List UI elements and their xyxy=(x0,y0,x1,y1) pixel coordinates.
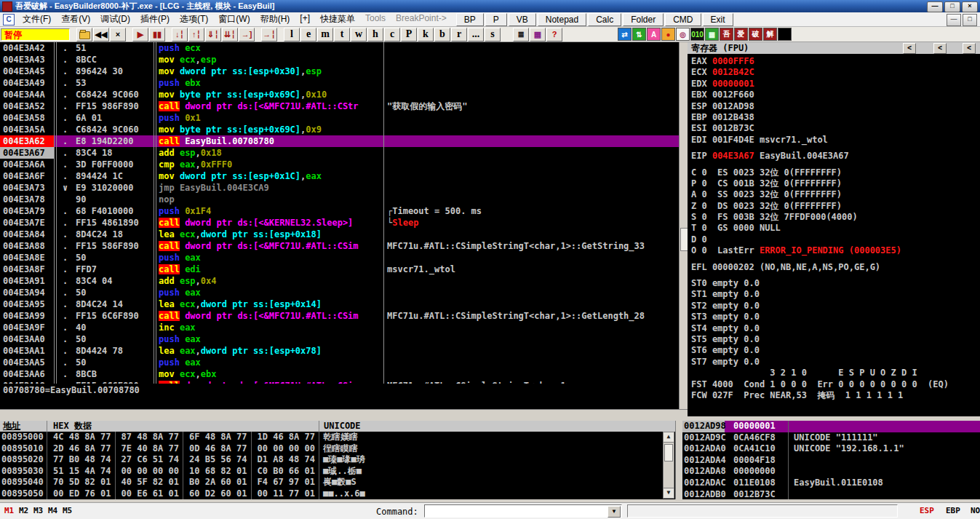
disasm-row[interactable]: 004E3A6A.3D F0FF0000cmp eax,0xFFF0 xyxy=(0,159,679,170)
window-letter-button-t[interactable]: t xyxy=(334,28,350,41)
memory-tab-m1[interactable]: M1 xyxy=(4,506,14,515)
register-line[interactable]: ST7 empty 0.0 xyxy=(691,357,980,368)
register-line[interactable] xyxy=(691,146,980,151)
memory-tab-m4[interactable]: M4 xyxy=(48,506,57,515)
ai-icon[interactable]: 爱 xyxy=(734,28,748,41)
dump-row[interactable]: 0089505000 ED 76 0100 E6 61 0160 D2 60 0… xyxy=(0,488,675,499)
horizontal-splitter[interactable] xyxy=(0,409,688,421)
register-line[interactable] xyxy=(691,257,980,262)
disasm-row[interactable]: 004E3A49.53push ebx xyxy=(0,77,679,89)
register-line[interactable]: ST4 empty 0.0 xyxy=(691,323,980,334)
letter-a-icon[interactable]: A xyxy=(647,28,661,41)
window-letter-button-w[interactable]: w xyxy=(351,28,367,41)
menu-item[interactable]: 查看(V) xyxy=(56,12,95,27)
register-line[interactable]: FCW 027F Prec NEAR,53 掩码 1 1 1 1 1 1 xyxy=(691,390,980,401)
register-line[interactable]: EBP 0012B438 xyxy=(691,112,980,123)
help-icon[interactable]: ? xyxy=(546,28,562,41)
register-line[interactable]: FST 4000 Cond 1 0 0 0 Err 0 0 0 0 0 0 0 … xyxy=(691,379,980,390)
scroll-down-icon[interactable]: ▼ xyxy=(664,488,674,498)
registers-pane[interactable]: 寄存器 (FPU) < < < EAX 0000FFF6ECX 0012B42C… xyxy=(688,42,980,416)
window-letter-button-dots[interactable]: ... xyxy=(468,28,484,41)
register-line[interactable]: EIP 004E3A67 EasyBuil.004E3A67 xyxy=(691,151,980,162)
menu-button-calc[interactable]: Calc xyxy=(588,13,621,26)
maximize-button[interactable]: □ xyxy=(944,1,960,12)
stack-row[interactable]: 0012ADAC011E0108EasyBuil.011E0108 xyxy=(682,478,980,489)
disasm-row[interactable]: 004E3A42.51push ecx xyxy=(0,42,679,54)
dump-row[interactable]: 0089502077 B0 48 7427 C6 51 7424 B5 56 7… xyxy=(0,454,675,466)
hex-dump-pane[interactable]: 地址 HEX 数据 UNICODE 008950004C 48 8A 7787 … xyxy=(0,421,675,499)
disasm-row[interactable]: 004E3AA0.50push eax xyxy=(0,333,679,345)
disasm-row[interactable]: 004E3AA5.50push eax xyxy=(0,357,679,368)
dump-col-hex[interactable]: HEX 数据 xyxy=(47,421,319,432)
register-line[interactable]: ESP 0012AD98 xyxy=(691,101,980,112)
dump-col-unicode[interactable]: UNICODE xyxy=(319,421,383,432)
run-button[interactable]: ▶ xyxy=(132,28,148,41)
orange-ball-icon[interactable]: ● xyxy=(661,28,675,41)
register-line[interactable]: Z 0 DS 0023 32位 0(FFFFFFFF) xyxy=(691,201,980,212)
disasm-row[interactable]: 004E3A67.83C4 18add esp,0x18 xyxy=(0,147,679,159)
window-letter-button-r[interactable]: r xyxy=(451,28,467,41)
menu-item[interactable]: 快捷菜单 xyxy=(315,12,360,27)
register-line[interactable]: D 0 xyxy=(691,234,980,245)
register-line[interactable]: O 0 LastErr ERROR_IO_PENDING (000003E5) xyxy=(691,245,980,256)
window-letter-button-c[interactable]: c xyxy=(384,28,400,41)
menu-item[interactable]: 插件(P) xyxy=(135,12,175,27)
register-line[interactable]: ST1 empty 0.0 xyxy=(691,289,980,300)
register-line[interactable]: S 0 FS 003B 32位 7FFDF000(4000) xyxy=(691,212,980,223)
vertical-splitter[interactable] xyxy=(675,421,682,499)
disasm-row[interactable]: 004E3A91.83C4 04add esp,0x4 xyxy=(0,275,679,287)
register-line[interactable]: ST0 empty 0.0 xyxy=(691,278,980,289)
memory-tab-m3[interactable]: M3 xyxy=(33,506,43,515)
memory-tab-m2[interactable]: M2 xyxy=(19,506,28,515)
menu-item[interactable]: 选项(T) xyxy=(175,12,213,27)
register-line[interactable]: ST2 empty 0.0 xyxy=(691,301,980,312)
register-line[interactable] xyxy=(691,273,980,278)
window-letter-button-l[interactable]: l xyxy=(284,28,300,41)
close-process-button[interactable]: × xyxy=(110,28,126,41)
disasm-row[interactable]: 004E3A8E.50push eax xyxy=(0,252,679,264)
menu-item[interactable]: [+] xyxy=(295,12,315,27)
cpu-window-icon[interactable]: C xyxy=(3,14,15,25)
mdi-restore-button[interactable]: □ xyxy=(963,14,977,26)
menu-item[interactable]: 帮助(H) xyxy=(255,12,295,27)
window-letter-button-P[interactable]: P xyxy=(401,28,417,41)
register-line[interactable]: EFL 00000202 (NO,NB,NE,A,NS,PO,GE,G) xyxy=(691,262,980,273)
dump-row[interactable]: 0089504070 5D 82 0140 5F 82 01B0 2A 60 0… xyxy=(0,477,675,488)
go-to-user-code-button[interactable]: →╎ xyxy=(261,28,277,41)
execute-till-return-button[interactable]: →] xyxy=(239,28,255,41)
disasm-row[interactable]: 004E3A62.E8 194D2200call EasyBuil.007087… xyxy=(0,135,679,147)
step-into-button[interactable]: ↓╎ xyxy=(172,28,188,41)
register-line[interactable]: P 0 CS 001B 32位 0(FFFFFFFF) xyxy=(691,178,980,189)
disasm-row[interactable]: 004E3AA1.8D4424 78lea eax,dword ptr ss:[… xyxy=(0,345,679,357)
mdi-minimize-button[interactable]: — xyxy=(947,14,961,26)
disasm-row[interactable]: 004E3A9F.40inc eax xyxy=(0,322,679,333)
disassembly-pane[interactable]: 004E3A42.51push ecx004E3A43.8BCCmov ecx,… xyxy=(0,42,679,384)
window-letter-button-k[interactable]: k xyxy=(418,28,434,41)
disasm-row[interactable]: 004E3A43.8BCCmov ecx,esp xyxy=(0,54,679,66)
disasm-row[interactable]: 004E3A4A.C68424 9C060mov byte ptr ss:[es… xyxy=(0,89,679,100)
menu-item[interactable]: BreakPoint-> xyxy=(391,12,452,27)
disasm-row[interactable]: 004E3A7890nop xyxy=(0,194,679,205)
binary-code-icon[interactable]: 010 xyxy=(690,28,704,41)
disasm-row[interactable]: 004E3A84.8D4C24 18lea ecx,dword ptr ss:[… xyxy=(0,229,679,240)
register-line[interactable]: EDX 00000001 xyxy=(691,79,980,90)
disasm-row[interactable]: 004E3A58.6A 01push 0x1 xyxy=(0,112,679,124)
po-icon[interactable]: 破 xyxy=(749,28,762,41)
regs-scroll-button[interactable]: < xyxy=(963,43,976,54)
window-letter-button-e[interactable]: e xyxy=(300,28,316,41)
register-line[interactable]: EAX 0000FFF6 xyxy=(691,56,980,67)
disasm-row[interactable]: 004E3A45.896424 30mov dword ptr ss:[esp+… xyxy=(0,66,679,77)
stack-row[interactable]: 0012ADA800000000 xyxy=(682,466,980,478)
menu-item[interactable]: 窗口(W) xyxy=(213,12,255,27)
menu-button-cmd[interactable]: CMD xyxy=(665,13,701,26)
menu-button-bp[interactable]: BP xyxy=(456,13,484,26)
register-line[interactable]: EDI 001F4D4E msvcr71._wtol xyxy=(691,135,980,146)
window-letter-button-s[interactable]: s xyxy=(485,28,501,41)
stack-row[interactable]: 0012AD9C0CA46CF8UNICODE "111111" xyxy=(682,432,980,444)
step-over-button[interactable]: ↑╎ xyxy=(188,28,204,41)
updown-arrows-icon[interactable]: ⇅ xyxy=(632,28,646,41)
disasm-row[interactable]: 004E3AA6.8BCBmov ecx,ebx xyxy=(0,368,679,380)
windows-icon[interactable]: ▦ xyxy=(530,28,546,41)
menu-item[interactable]: Tools xyxy=(360,12,391,27)
dump-row[interactable]: 0089503051 15 4A 7400 00 00 0010 68 82 0… xyxy=(0,466,675,478)
